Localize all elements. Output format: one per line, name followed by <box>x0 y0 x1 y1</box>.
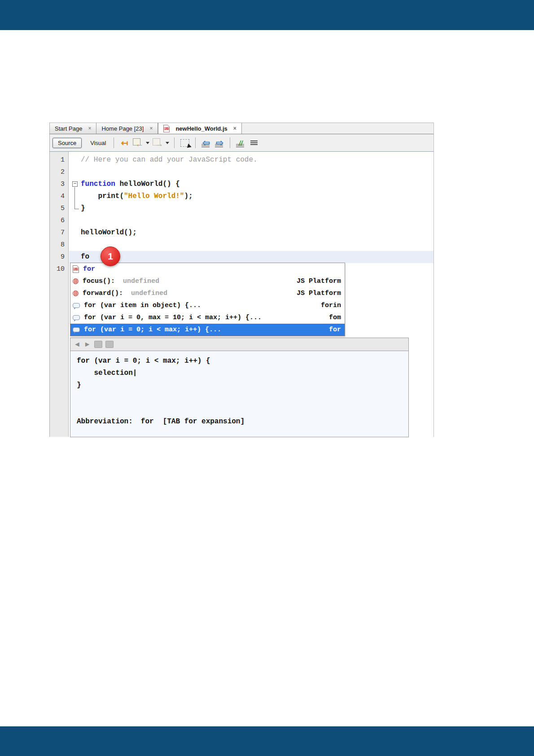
shift-line-left-icon[interactable]: ⇦ <box>200 137 212 149</box>
visual-view-button[interactable]: Visual <box>86 138 110 148</box>
uncomment-icon[interactable] <box>248 137 260 149</box>
doc-panel-body: for (var i = 0; i < max; i++) { selectio… <box>70 351 408 428</box>
doc-code-line-1: for (var i = 0; i < max; i++) { <box>77 355 408 367</box>
global-variable-icon <box>73 290 79 296</box>
tab-start-page-label: Start Page <box>55 125 82 132</box>
js-file-icon <box>163 125 170 132</box>
doc-forward-icon[interactable]: ► <box>84 341 91 348</box>
navigate-back-icon[interactable]: ← <box>131 137 144 149</box>
completion-doc-panel: ◄ ► for (var i = 0; i < max; i++) { sele… <box>70 338 409 437</box>
jump-last-edit-icon[interactable]: ↤ <box>118 137 131 149</box>
line-number: 5 <box>50 202 68 215</box>
editor-toolbar: Source Visual ↤ ← → ⇦ ⇨ // <box>50 134 433 152</box>
close-icon[interactable]: × <box>233 126 236 131</box>
line-number: 4 <box>50 190 68 202</box>
toggle-comment-icon[interactable]: // <box>234 137 247 149</box>
doc-code-line-2: selection| <box>77 367 408 379</box>
completion-abbrev: forin <box>321 302 341 309</box>
completion-abbrev: fom <box>329 314 341 321</box>
global-variable-icon <box>73 278 79 284</box>
doc-blank-line <box>77 404 408 416</box>
source-view-button[interactable]: Source <box>53 138 82 148</box>
editor-tab-strip: Start Page × Home Page [23] × newHello_W… <box>50 123 433 134</box>
line-number: 6 <box>50 215 68 227</box>
line-number: 8 <box>50 239 68 251</box>
tab-home-page-label: Home Page [23] <box>101 125 144 132</box>
toolbar-separator <box>230 137 230 148</box>
toolbar-separator <box>174 137 175 148</box>
shift-line-right-icon[interactable]: ⇨ <box>213 137 226 149</box>
line-number: 2 <box>50 166 68 178</box>
page-top-banner <box>0 0 534 30</box>
completion-origin: JS Platform <box>297 290 341 297</box>
code-template-icon <box>73 303 80 308</box>
tab-newhello-world-js[interactable]: newHello_World.js × <box>158 123 241 134</box>
code-line-2 <box>69 166 433 178</box>
completion-item-fom-template[interactable]: for (var i = 0, max = 10; i < max; i++) … <box>70 312 345 324</box>
back-dropdown-caret-icon[interactable] <box>146 142 149 144</box>
completion-item-forin-template[interactable]: for (var item in object) {... forin <box>70 299 345 312</box>
completion-origin: JS Platform <box>297 277 341 285</box>
doc-goto-source-icon[interactable] <box>94 341 102 348</box>
fold-guide-line <box>74 187 79 209</box>
page-bottom-banner <box>0 726 534 756</box>
doc-blank-line <box>77 391 408 404</box>
step-annotation-badge: 1 <box>101 246 120 266</box>
line-number: 3 <box>50 178 68 190</box>
navigate-forward-icon[interactable]: → <box>151 137 164 149</box>
code-line-9-current: fo <box>69 251 433 263</box>
rectangular-selection-icon[interactable] <box>179 137 191 149</box>
line-number: 1 <box>50 154 68 166</box>
forward-dropdown-caret-icon[interactable] <box>166 142 169 144</box>
code-line-7: helloWorld(); <box>69 227 433 239</box>
js-file-icon <box>73 265 79 273</box>
completion-item-forward[interactable]: forward():undefined JS Platform <box>70 287 345 299</box>
doc-external-browser-icon[interactable] <box>105 341 114 348</box>
doc-code-line-3: } <box>77 379 408 391</box>
tab-newhello-world-js-label: newHello_World.js <box>175 125 227 132</box>
line-number: 7 <box>50 227 68 239</box>
tab-home-page[interactable]: Home Page [23] × <box>96 123 158 134</box>
line-number: 9 <box>50 251 68 263</box>
toolbar-separator <box>195 137 196 148</box>
code-line-1: // Here you can add your JavaScript code… <box>69 154 433 166</box>
code-line-6 <box>69 215 433 227</box>
code-completion-popup: for focus():undefined JS Platform forwar… <box>70 263 345 336</box>
code-line-5: } <box>69 202 433 215</box>
doc-panel-toolbar: ◄ ► <box>70 338 408 351</box>
line-number-gutter[interactable]: 1 2 3 4 5 6 7 8 9 10 <box>50 152 69 437</box>
code-template-icon <box>73 327 80 332</box>
doc-abbreviation-line: Abbreviation:for[TAB for expansion] <box>77 416 408 428</box>
code-line-8 <box>69 239 433 251</box>
line-number: 10 <box>50 263 68 275</box>
completion-item-for-template-selected[interactable]: for (var i = 0; i < max; i++) {... for <box>70 324 345 336</box>
completion-abbrev: for <box>329 326 341 334</box>
doc-back-icon[interactable]: ◄ <box>74 341 81 348</box>
code-template-icon <box>73 315 80 320</box>
close-icon[interactable]: × <box>149 126 153 131</box>
code-line-4: print("Hello World!"); <box>69 190 433 202</box>
ide-editor-window: Start Page × Home Page [23] × newHello_W… <box>49 123 434 437</box>
tab-start-page[interactable]: Start Page × <box>50 123 96 134</box>
code-line-3: function helloWorld() { <box>69 178 433 190</box>
fold-collapse-icon[interactable]: − <box>72 181 78 187</box>
toolbar-separator <box>114 137 114 148</box>
close-icon[interactable]: × <box>88 126 91 131</box>
completion-item-focus[interactable]: focus():undefined JS Platform <box>70 275 345 287</box>
